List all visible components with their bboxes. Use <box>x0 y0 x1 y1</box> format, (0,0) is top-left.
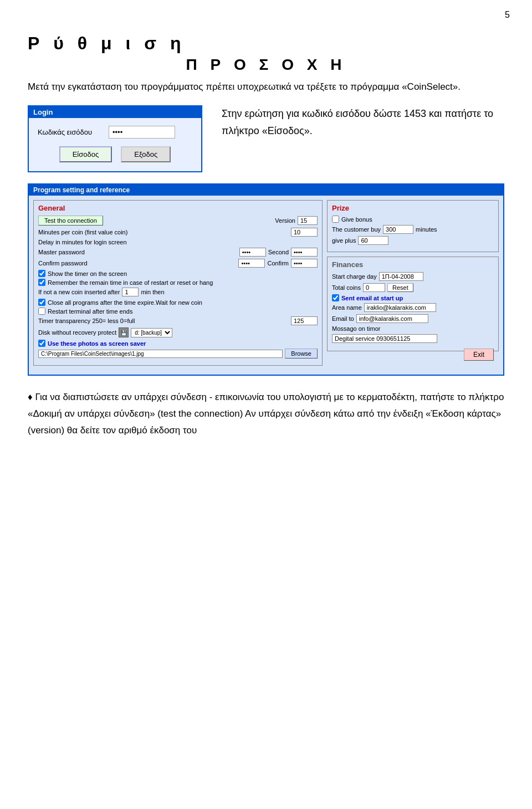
start-charge-input[interactable] <box>379 272 423 281</box>
min-then-label: min then <box>141 289 164 295</box>
general-section: General Test tho connection Version Minu… <box>33 200 323 366</box>
description-text: Στην ερώτηση για κωδικό εισόδου δώστε 14… <box>222 108 493 136</box>
total-coins-row: Total coins Reset <box>332 283 494 292</box>
intro-section: Login Κωδικάς εισόδου Είσοδος Εξοδος Στη… <box>28 105 504 172</box>
email-to-label: Email to <box>332 315 354 322</box>
area-name-label: Area name <box>332 304 362 311</box>
email-to-row: Email to <box>332 314 494 323</box>
login-password-input[interactable] <box>109 126 175 139</box>
start-charge-row: Start charge day <box>332 272 494 281</box>
reset-button[interactable]: Reset <box>387 283 413 292</box>
timer-transp-label: Timer transparency 250= less 0=full <box>38 318 289 324</box>
restart-row: Restart terminal after time ends <box>38 308 318 315</box>
give-plus-input[interactable] <box>358 236 388 245</box>
area-name-input[interactable] <box>364 303 436 312</box>
minutes-per-coin-row: Minutes per coin (first value coin) <box>38 228 318 237</box>
remember-checkbox[interactable] <box>38 279 45 286</box>
restart-label: Restart terminal after time ends <box>48 308 132 315</box>
login-label: Κωδικάς εισόδου <box>38 128 104 136</box>
close-programs-label: Close all programs after the time expire… <box>48 299 202 306</box>
use-photos-checkbox[interactable] <box>38 340 45 347</box>
test-connection-button[interactable]: Test tho connection <box>38 216 103 226</box>
master-password-input[interactable] <box>239 248 266 257</box>
give-bonus-checkbox[interactable] <box>332 216 339 223</box>
exit-button[interactable]: Exit <box>464 349 494 361</box>
page-number: 5 <box>505 10 510 20</box>
customer-buy-label: The customer buy <box>332 226 381 233</box>
settings-titlebar: Program setting and reference <box>29 185 503 196</box>
give-bonus-row: Give bonus <box>332 216 494 223</box>
if-not-label: If not a new coin inserted after <box>38 289 120 295</box>
test-connection-row: Test tho connection Version <box>38 216 318 226</box>
email-to-input[interactable] <box>356 314 428 323</box>
close-programs-checkbox[interactable] <box>38 299 45 306</box>
sent-email-label: Sent email at start up <box>341 295 403 301</box>
description-col: Στην ερώτηση για κωδικό εισόδου δώστε 14… <box>222 105 504 139</box>
confirm2-password-input[interactable] <box>291 259 318 268</box>
settings-left-panel: General Test tho connection Version Minu… <box>33 200 323 370</box>
message-label: Mossago on timor <box>332 325 380 332</box>
version-label: Version <box>275 217 295 224</box>
use-photos-row: Use these photos as screen saver <box>38 340 318 347</box>
give-plus-label: give plus <box>332 237 356 244</box>
show-timer-row: Show the timer on the screen <box>38 270 318 277</box>
login-exit-button[interactable]: Εξοδος <box>121 146 171 162</box>
customer-buy-input[interactable] <box>383 225 413 234</box>
show-timer-label: Show the timer on the screen <box>48 270 127 277</box>
disk-row: Disk without recovery protect 💾 d: [back… <box>38 327 318 337</box>
master-password-label: Master password <box>38 249 237 255</box>
bottom-text: ♦ Για να διαπιστώσετε αν υπάρχει σύνδεση… <box>28 389 504 438</box>
delay-label: Delay in minutes for login screen <box>38 239 318 245</box>
total-coins-input[interactable] <box>363 283 385 292</box>
login-titlebar: Login <box>29 106 201 118</box>
message-value-row <box>332 334 494 343</box>
finances-title: Finances <box>332 260 494 269</box>
confirm-password-label: Confirm password <box>38 260 236 267</box>
timer-transp-row: Timer transparency 250= less 0=full <box>38 316 318 325</box>
path-input[interactable] <box>38 350 283 358</box>
version-input[interactable] <box>298 216 318 225</box>
login-dialog: Login Κωδικάς εισόδου Είσοδος Εξοδος <box>28 105 202 172</box>
settings-right-panel: Prize Give bonus The customer buy minute… <box>327 200 499 370</box>
if-not-input[interactable] <box>122 288 139 296</box>
sent-email-checkbox[interactable] <box>332 294 339 301</box>
confirm2-label: Confirm <box>267 260 289 267</box>
login-enter-button[interactable]: Είσοδος <box>59 146 112 162</box>
login-field-row: Κωδικάς εισόδου <box>38 126 192 139</box>
timer-transp-input[interactable] <box>291 316 318 325</box>
delay-row: Delay in minutes for login screen <box>38 239 318 245</box>
customer-buy-row: The customer buy minutes <box>332 225 494 234</box>
prize-section: Prize Give bonus The customer buy minute… <box>327 200 499 252</box>
finances-section: Finances Start charge day Total coins Re… <box>327 257 499 351</box>
minutes-per-coin-label: Minutes per coin (first value coin) <box>38 229 289 235</box>
browse-button[interactable]: Browse <box>285 349 318 359</box>
message-input[interactable] <box>332 334 437 343</box>
remember-label: Remember the remain time in case of rest… <box>48 279 213 286</box>
confirm-password-row: Confirm password Confirm <box>38 259 318 268</box>
message-label-row: Mossago on timor <box>332 325 494 332</box>
login-col: Login Κωδικάς εισόδου Είσοδος Εξοδος <box>28 105 205 172</box>
disk-select[interactable]: d: [backup] <box>131 328 172 337</box>
restart-checkbox[interactable] <box>38 308 45 315</box>
second-password-input[interactable] <box>291 248 318 257</box>
settings-dialog: Program setting and reference General Te… <box>28 183 504 376</box>
total-coins-label: Total coins <box>332 284 361 291</box>
main-title: Ρ ύ θ μ ι σ η <box>28 33 504 54</box>
give-plus-row: give plus <box>332 236 494 245</box>
path-row: Browse <box>38 349 318 359</box>
area-name-row: Area name <box>332 303 494 312</box>
if-not-row: If not a new coin inserted after min the… <box>38 288 318 296</box>
login-buttons: Είσοδος Εξοδος <box>38 146 192 162</box>
start-charge-label: Start charge day <box>332 273 377 280</box>
minutes-label: minutes <box>416 226 437 233</box>
give-bonus-label: Give bonus <box>341 216 372 223</box>
minutes-per-coin-input[interactable] <box>291 228 318 237</box>
confirm-password-input[interactable] <box>238 259 265 268</box>
login-body: Κωδικάς εισόδου Είσοδος Εξοδος <box>29 118 201 171</box>
sent-email-row: Sent email at start up <box>332 294 494 301</box>
show-timer-checkbox[interactable] <box>38 270 45 277</box>
master-password-row: Master password Second <box>38 248 318 257</box>
disk-label: Disk without recovery protect <box>38 329 116 336</box>
settings-body: General Test tho connection Version Minu… <box>29 196 503 375</box>
floppy-icon: 💾 <box>119 327 129 337</box>
